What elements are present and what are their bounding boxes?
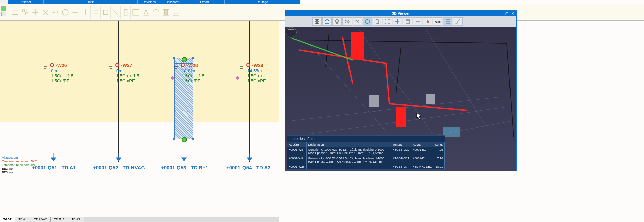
symbol-tool-8[interactable]	[91, 6, 101, 19]
symbol-tool-15[interactable]	[161, 6, 171, 19]
home-icon[interactable]	[322, 17, 332, 26]
drag-handle-0[interactable]	[182, 57, 187, 62]
symbol-tool-1[interactable]	[20, 6, 30, 19]
chart-icon[interactable]	[423, 17, 432, 26]
svg-rect-12	[170, 76, 174, 80]
cable-col-0[interactable]: Repère	[287, 142, 307, 147]
cable-id: -W28	[186, 63, 247, 68]
layers-icon[interactable]	[332, 17, 342, 26]
menu-tab-export[interactable]: Export	[184, 0, 225, 4]
feeder-arrow-icon	[246, 153, 253, 164]
play-button[interactable]	[1, 6, 6, 11]
cell-ab: +TD R+1-DB1	[411, 164, 434, 169]
symbol-tool-3[interactable]	[40, 6, 50, 19]
cable-col-2[interactable]: Tenant	[391, 142, 411, 147]
svg-line-24	[306, 40, 507, 43]
cable-col-3[interactable]: About.	[411, 142, 434, 147]
selection-handle[interactable]	[192, 57, 194, 59]
symbol-tool-14[interactable]	[151, 6, 161, 19]
svg-rect-35	[426, 94, 435, 104]
symbol-tool-9[interactable]	[101, 6, 111, 19]
eye-off-icon[interactable]	[342, 17, 352, 26]
menu-tab-afficher[interactable]: Afficher	[8, 0, 44, 4]
note-icon[interactable]	[403, 17, 412, 26]
sheet-tab-TDA1[interactable]: TD A1	[15, 217, 31, 222]
viewer-titlebar: 3D Viewer ▢ ✕	[285, 10, 516, 16]
menu-tab-révisions[interactable]: Révisions	[138, 0, 161, 4]
eye-slash-icon[interactable]	[353, 17, 362, 26]
cable-spec2: 1.5Cu/PE	[51, 78, 116, 83]
error-icon	[246, 63, 251, 68]
cell-ten: +TGBT-Q21	[391, 156, 411, 164]
menu-tab-outils[interactable]: Outils	[44, 0, 138, 4]
feeder-line--W29	[249, 21, 250, 162]
viewer-maximize-button[interactable]: ▢	[504, 11, 509, 16]
bounds-icon[interactable]	[383, 17, 392, 26]
selection-handle[interactable]	[173, 138, 175, 140]
symbol-tool-2[interactable]	[30, 6, 40, 19]
ground-symbol	[174, 64, 180, 73]
cable-row[interactable]: +0001-W28+TGBT-Q7+TD R+1-DB118.01	[287, 164, 445, 169]
viewer-3d-scene[interactable]: Liste des câbles RepèreDésignationTenant…	[285, 27, 516, 171]
ground-symbol	[239, 64, 245, 73]
menu-spacer-left	[0, 0, 8, 4]
cable-row[interactable]: +0001-W8Generic - U-1000 R2V 3G1.5 - Câb…	[287, 147, 445, 156]
cell-lon: 18.01	[434, 164, 444, 169]
drag-handle-1[interactable]	[182, 137, 187, 142]
symbol-tool-6[interactable]	[70, 6, 80, 19]
cable-list-table: RepèreDésignationTenantAbout.Long. +0001…	[287, 142, 445, 169]
air-temp-value: Température de l'air: 30°C	[2, 160, 37, 163]
svg-line-26	[326, 33, 329, 67]
symbol-tool-10[interactable]	[111, 6, 121, 19]
svg-rect-33	[396, 107, 406, 127]
cable-list-panel: Liste des câbles RepèreDésignationTenant…	[287, 135, 445, 170]
menu-tab-collaborer[interactable]: Collaborer	[161, 0, 184, 4]
svg-rect-37	[443, 127, 460, 137]
cable-col-1[interactable]: Désignation	[307, 142, 391, 147]
cube-icon[interactable]	[363, 17, 372, 26]
cable-row[interactable]: +0001-W9Generic - U-1000 R2V 3G1.5 - Câb…	[287, 156, 445, 164]
list-icon[interactable]	[443, 17, 452, 26]
error-icon	[180, 63, 185, 68]
symbol-tool-11[interactable]	[121, 6, 131, 19]
symbol-tool-0[interactable]	[10, 6, 20, 19]
kgm-label[interactable]: kg/m	[433, 17, 442, 26]
viewer-panel: 3D Viewer ▢ ✕ kg/m	[285, 10, 517, 171]
sliders-icon[interactable]	[413, 17, 422, 26]
menu-tab-routage[interactable]: Routage	[225, 0, 300, 4]
move-icon[interactable]	[393, 17, 402, 26]
sheet-tab-TGBT[interactable]: TGBT	[0, 217, 15, 222]
cable-spec1: 1.5Cu + 1.5	[51, 73, 116, 78]
cell-des: Generic - U-1000 R2V 3G1.5 - Câble multi…	[307, 156, 391, 164]
sheet-tab-strip: TGBTTD A1TD HVACTD R+1TD A3	[0, 217, 279, 222]
sheet-tab-TDR+1[interactable]: TD R+1	[51, 217, 68, 222]
compass-icon[interactable]	[285, 27, 297, 38]
ghost-icon[interactable]	[373, 17, 382, 26]
measure-icon[interactable]	[453, 17, 463, 26]
cable-length: 0m	[116, 68, 182, 73]
symbol-tool-5[interactable]	[60, 6, 70, 19]
grid-icon[interactable]	[312, 17, 322, 26]
record-button[interactable]	[1, 12, 6, 16]
error-icon	[115, 63, 120, 68]
selection-handle[interactable]	[173, 57, 175, 59]
altitude-value: Altitude: 0m	[2, 156, 37, 160]
schematic-canvas[interactable]: Altitude: 0m Température de l'air: 30°C …	[0, 21, 279, 179]
cell-lon: 7.05	[434, 147, 444, 156]
sheet-tab-TDHVAC[interactable]: TD HVAC	[31, 217, 51, 222]
symbol-tool-16[interactable]	[171, 6, 181, 19]
symbol-tool-7[interactable]	[80, 6, 91, 19]
cable-col-4[interactable]: Long.	[434, 142, 444, 147]
feeder-arrow-icon	[180, 153, 188, 164]
be3-value: BE3: non	[2, 171, 37, 174]
selection-handle[interactable]	[192, 138, 194, 140]
svg-line-25	[507, 43, 514, 137]
cell-rep: +0001-W9	[287, 156, 307, 164]
sheet-tab-TDA3[interactable]: TD A3	[68, 217, 84, 222]
symbol-tool-4[interactable]	[50, 6, 60, 19]
symbol-tool-13[interactable]	[141, 6, 151, 19]
cable-block--W26[interactable]: -W260m1.5Cu + 1.51.5Cu/PE	[51, 63, 116, 83]
viewer-close-button[interactable]: ✕	[510, 11, 515, 16]
mouse-cursor-icon	[416, 112, 422, 120]
symbol-tool-12[interactable]	[131, 6, 141, 19]
